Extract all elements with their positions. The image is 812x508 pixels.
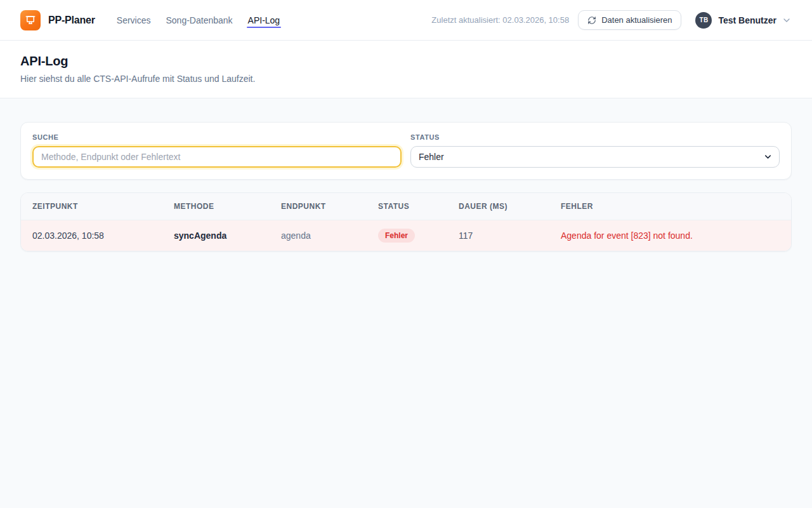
column-header-status: STATUS bbox=[368, 193, 449, 220]
api-log-table-card: ZEITPUNKT METHODE ENDPUNKT STATUS DAUER … bbox=[20, 192, 792, 251]
column-header-zeitpunkt: ZEITPUNKT bbox=[21, 193, 164, 220]
page-subtitle: Hier siehst du alle CTS-API-Aufrufe mit … bbox=[20, 74, 792, 84]
refresh-button-label: Daten aktualisieren bbox=[601, 15, 672, 25]
cell-status: Fehler bbox=[368, 220, 449, 251]
app-logo bbox=[20, 10, 41, 30]
column-header-methode: METHODE bbox=[164, 193, 271, 220]
api-log-table: ZEITPUNKT METHODE ENDPUNKT STATUS DAUER … bbox=[21, 193, 791, 251]
status-select-wrap: Fehler bbox=[410, 146, 780, 168]
page-title: API-Log bbox=[20, 54, 792, 69]
column-header-endpunkt: ENDPUNKT bbox=[271, 193, 368, 220]
search-input[interactable] bbox=[32, 146, 402, 168]
last-updated-text: Zuletzt aktualisiert: 02.03.2026, 10:58 bbox=[431, 15, 569, 25]
topbar-right: Zuletzt aktualisiert: 02.03.2026, 10:58 … bbox=[431, 10, 792, 30]
status-select[interactable]: Fehler bbox=[410, 146, 780, 168]
user-name: Test Benutzer bbox=[718, 15, 776, 25]
refresh-data-button[interactable]: Daten aktualisieren bbox=[578, 10, 681, 30]
nav-item-api-log[interactable]: API-Log bbox=[248, 0, 280, 40]
filter-card: SUCHE STATUS Fehler bbox=[20, 122, 792, 180]
cell-methode: syncAgenda bbox=[164, 220, 271, 251]
status-label: STATUS bbox=[410, 133, 780, 141]
main-content: SUCHE STATUS Fehler ZEITPUNKT bbox=[0, 98, 812, 275]
table-header-row: ZEITPUNKT METHODE ENDPUNKT STATUS DAUER … bbox=[21, 193, 791, 220]
cell-zeitpunkt: 02.03.2026, 10:58 bbox=[21, 220, 164, 251]
avatar: TB bbox=[695, 12, 712, 29]
cell-endpunkt: agenda bbox=[271, 220, 368, 251]
refresh-icon bbox=[587, 16, 596, 25]
main-nav: Services Song-Datenbank API-Log bbox=[117, 0, 280, 40]
status-field-group: STATUS Fehler bbox=[410, 133, 780, 168]
search-label: SUCHE bbox=[32, 133, 402, 141]
user-menu[interactable]: TB Test Benutzer bbox=[695, 12, 792, 29]
brand-name: PP-Planer bbox=[48, 15, 95, 26]
page-header: API-Log Hier siehst du alle CTS-API-Aufr… bbox=[0, 41, 812, 98]
top-navigation-bar: PP-Planer Services Song-Datenbank API-Lo… bbox=[0, 0, 812, 41]
cell-dauer: 117 bbox=[449, 220, 551, 251]
presentation-icon bbox=[25, 15, 36, 26]
column-header-dauer: DAUER (MS) bbox=[449, 193, 551, 220]
nav-item-services[interactable]: Services bbox=[117, 0, 151, 40]
search-field-group: SUCHE bbox=[32, 133, 402, 168]
table-row[interactable]: 02.03.2026, 10:58 syncAgenda agenda Fehl… bbox=[21, 220, 791, 251]
chevron-down-icon bbox=[782, 15, 792, 25]
cell-fehler: Agenda for event [823] not found. bbox=[551, 220, 791, 251]
column-header-fehler: FEHLER bbox=[551, 193, 791, 220]
nav-item-song-datenbank[interactable]: Song-Datenbank bbox=[166, 0, 232, 40]
status-badge: Fehler bbox=[378, 229, 415, 243]
